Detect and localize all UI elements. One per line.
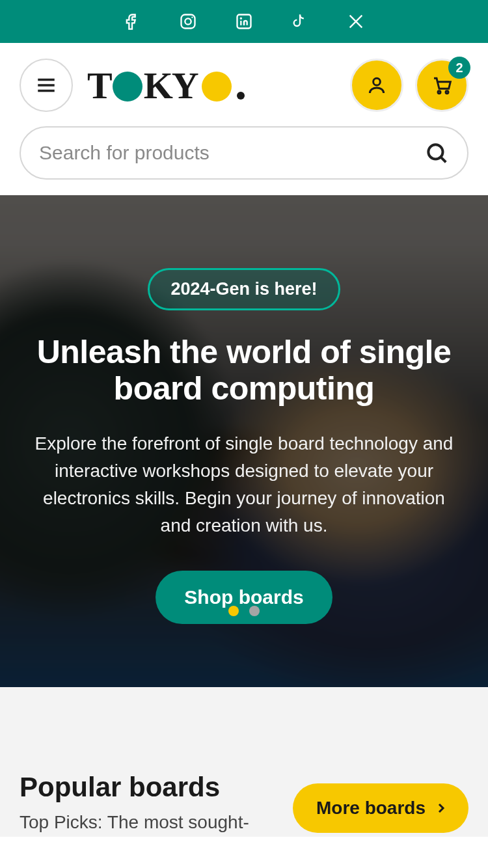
logo-letter: T — [87, 64, 111, 107]
cart-icon — [431, 75, 452, 96]
search-input[interactable] — [39, 142, 424, 164]
search-container — [0, 120, 488, 195]
hero: 2024-Gen is here! Unleash the world of s… — [0, 195, 488, 687]
logo[interactable]: T KY — [87, 64, 245, 107]
chevron-right-icon — [433, 800, 449, 816]
account-button[interactable] — [350, 59, 403, 112]
hero-description: Explore the forefront of single board te… — [26, 430, 462, 539]
user-icon — [366, 75, 387, 96]
logo-dot-yellow-icon — [202, 72, 232, 102]
svg-point-1 — [185, 18, 191, 24]
carousel-dot-2[interactable] — [249, 606, 260, 616]
logo-dot-green-icon — [113, 72, 142, 102]
svg-point-2 — [191, 16, 193, 18]
svg-point-12 — [446, 91, 448, 94]
instagram-icon[interactable] — [178, 12, 198, 31]
cart-badge: 2 — [448, 57, 470, 79]
hamburger-icon — [35, 74, 57, 96]
x-twitter-icon[interactable] — [346, 12, 366, 31]
linkedin-icon[interactable] — [234, 12, 254, 31]
svg-point-5 — [241, 18, 241, 19]
svg-rect-0 — [182, 15, 195, 29]
more-boards-label: More boards — [316, 798, 426, 819]
facebook-icon[interactable] — [122, 12, 142, 31]
carousel-dot-1[interactable] — [228, 606, 239, 616]
tiktok-icon[interactable] — [290, 12, 310, 31]
svg-line-14 — [441, 157, 446, 162]
hero-tag: 2024-Gen is here! — [148, 268, 340, 310]
hero-title: Unleash the world of single board comput… — [26, 334, 462, 407]
carousel-pager — [228, 606, 260, 616]
search-box[interactable] — [20, 126, 468, 180]
svg-point-11 — [438, 91, 441, 94]
popular-boards-section: Popular boards Top Picks: The most sough… — [0, 687, 488, 837]
header: T KY 2 — [0, 43, 488, 120]
logo-period-icon — [237, 92, 245, 100]
logo-letter: KY — [144, 64, 198, 107]
search-icon — [424, 141, 449, 165]
cart-button[interactable]: 2 — [415, 59, 468, 112]
menu-button[interactable] — [20, 59, 73, 112]
social-bar — [0, 0, 488, 43]
more-boards-button[interactable]: More boards — [293, 783, 468, 833]
svg-point-13 — [428, 144, 442, 159]
svg-point-10 — [373, 78, 381, 85]
